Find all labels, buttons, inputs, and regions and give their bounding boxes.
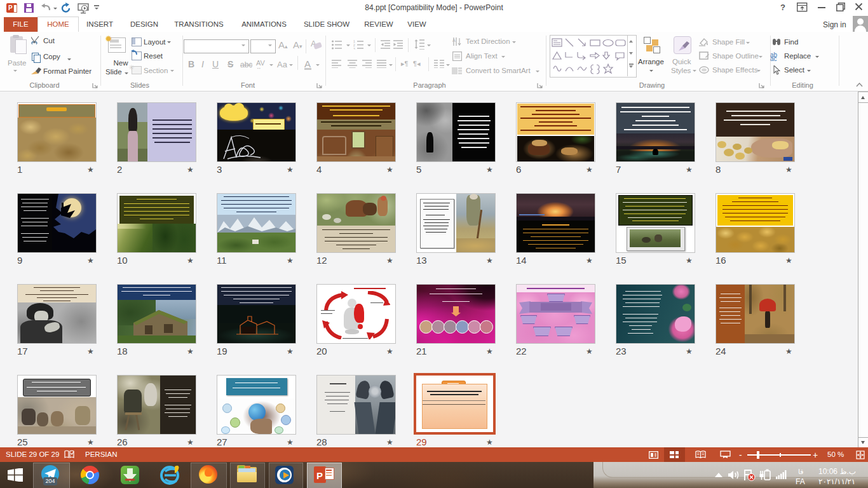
svg-text:A: A <box>452 38 456 43</box>
svg-text:3: 3 <box>353 47 355 50</box>
